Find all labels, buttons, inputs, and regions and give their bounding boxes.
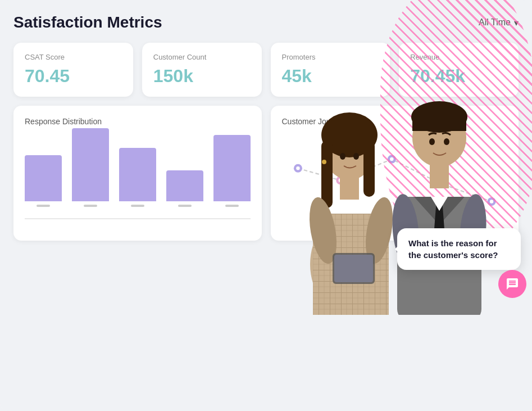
line-chart-area — [282, 135, 508, 225]
journey-dot-2-inner — [338, 179, 342, 182]
chevron-down-icon: ▾ — [514, 17, 519, 28]
revenue-label: Revenue — [410, 53, 507, 61]
journey-dot-4-inner — [438, 182, 442, 185]
bar-label-4 — [178, 205, 192, 207]
svg-rect-10 — [333, 253, 375, 284]
response-distribution-card: Response Distribution — [13, 106, 262, 241]
bar-column-4 — [166, 170, 203, 201]
customer-count-label: Customer Count — [153, 53, 251, 61]
journey-line — [298, 159, 492, 201]
page-title: Satisfaction Metrics — [13, 13, 162, 31]
bar-1 — [25, 155, 62, 207]
bottom-row: Response Distribution — [13, 106, 519, 241]
metric-card-revenue: Revenue 70.45k — [399, 43, 519, 97]
time-filter-button[interactable]: All Time ▾ — [479, 17, 519, 28]
promoters-value: 45k — [282, 66, 379, 87]
promoters-label: Promoters — [282, 53, 379, 61]
header: Satisfaction Metrics All Time ▾ — [13, 13, 519, 31]
bar-chart — [25, 135, 251, 219]
journey-dot-3-inner — [390, 157, 393, 161]
response-distribution-title: Response Distribution — [25, 117, 251, 126]
journey-dot-5-inner — [489, 200, 493, 203]
speech-bubble-text: What is the reason for the customer's sc… — [408, 237, 510, 261]
svg-rect-11 — [334, 255, 373, 282]
bar-column-2 — [72, 128, 109, 201]
bar-2 — [72, 128, 109, 207]
bar-label-5 — [225, 205, 239, 207]
bar-column-1 — [25, 155, 62, 201]
journey-dot-1-inner — [296, 166, 299, 170]
csat-label: CSAT Score — [25, 53, 122, 61]
bar-column-5 — [213, 135, 251, 201]
bar-label-1 — [37, 205, 50, 207]
customer-journey-card: Customer Journey — [271, 106, 519, 241]
bar-label-3 — [131, 205, 144, 207]
metrics-row: CSAT Score 70.45 Customer Count 150k Pro… — [13, 43, 519, 97]
app-container: Satisfaction Metrics All Time ▾ CSAT Sco… — [0, 0, 532, 411]
bar-5 — [213, 135, 251, 207]
bar-label-2 — [84, 205, 97, 207]
metric-card-customer-count: Customer Count 150k — [142, 43, 262, 97]
bar-3 — [119, 148, 156, 207]
metric-card-csat: CSAT Score 70.45 — [13, 43, 133, 97]
bar-4 — [166, 170, 203, 207]
time-filter-label: All Time — [479, 17, 511, 28]
csat-value: 70.45 — [25, 66, 122, 87]
dashboard: Satisfaction Metrics All Time ▾ CSAT Sco… — [0, 0, 532, 411]
metric-card-promoters: Promoters 45k — [271, 43, 390, 97]
chat-icon — [506, 277, 519, 291]
pink-circle-accent — [498, 270, 526, 298]
bar-column-3 — [119, 148, 156, 201]
line-chart-svg — [282, 135, 508, 214]
customer-journey-title: Customer Journey — [282, 117, 508, 126]
customer-count-value: 150k — [153, 66, 251, 87]
revenue-value: 70.45k — [410, 66, 507, 87]
